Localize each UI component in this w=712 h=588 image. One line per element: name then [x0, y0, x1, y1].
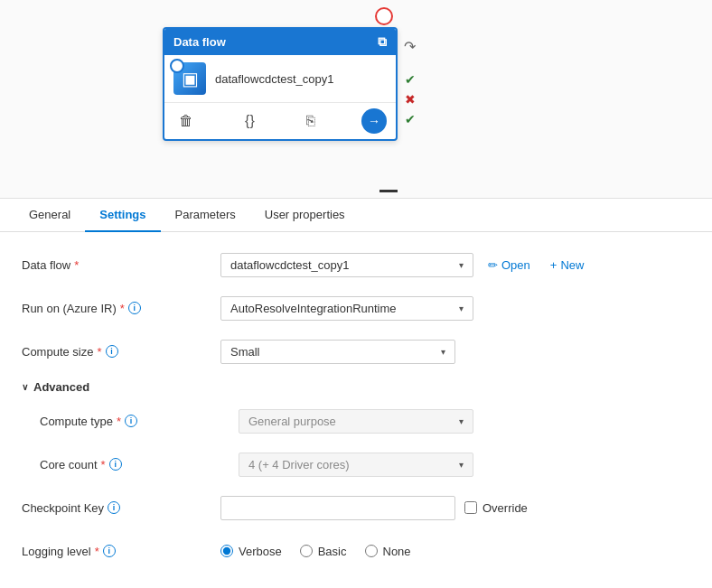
tabs-bar: General Settings Parameters User propert…	[0, 199, 712, 232]
checkpoint-info-icon[interactable]: i	[108, 501, 120, 514]
compute-type-controls: General purpose ▾	[239, 409, 690, 434]
compute-type-select[interactable]: General purpose ▾	[239, 409, 473, 434]
tab-parameters[interactable]: Parameters	[161, 199, 250, 232]
dataflow-label: Data flow *	[22, 258, 220, 272]
chevron-down-icon-4: ▾	[459, 416, 464, 426]
logging-radio-group: Verbose Basic None	[220, 545, 411, 558]
checkpoint-key-input[interactable]	[220, 496, 455, 520]
open-button[interactable]: ✏ Open	[482, 255, 536, 275]
core-count-controls: 4 (+ 4 Driver cores) ▾	[239, 453, 690, 477]
node-header: Data flow ⧉	[164, 29, 396, 55]
compute-size-info-icon[interactable]: i	[106, 345, 118, 358]
compute-size-controls: Small ▾	[220, 340, 690, 364]
chevron-down-icon-3: ▾	[441, 347, 445, 357]
node-name-label: dataflowcdctest_copy1	[215, 72, 334, 86]
new-button[interactable]: + New	[545, 255, 590, 275]
plus-icon: +	[550, 258, 557, 272]
advanced-toggle[interactable]: ∨ Advanced	[22, 380, 690, 394]
dataflow-row: Data flow * dataflowcdctest_copy1 ▾ ✏ Op…	[22, 250, 690, 279]
radio-basic-input[interactable]	[300, 545, 313, 557]
compute-size-row: Compute size * i Small ▾	[22, 337, 690, 366]
core-count-select[interactable]: 4 (+ 4 Driver cores) ▾	[239, 453, 473, 477]
side-x[interactable]: ✖	[401, 90, 419, 108]
node-side-icons: ✔ ✖ ✔	[401, 70, 419, 128]
checkpoint-key-label: Checkpoint Key i	[22, 501, 220, 515]
compute-size-label: Compute size * i	[22, 345, 220, 359]
compute-type-label: Compute type * i	[40, 415, 239, 428]
checkpoint-controls: Override	[220, 496, 690, 520]
run-on-label: Run on (Azure IR) * i	[22, 302, 220, 315]
radio-none-input[interactable]	[365, 545, 378, 557]
dataflow-icon: ▣	[182, 68, 199, 89]
node-body: ▣ dataflowcdctest_copy1	[164, 55, 396, 102]
required-star-core: *	[101, 458, 106, 471]
compute-size-select[interactable]: Small ▾	[220, 340, 455, 364]
required-star-compute: *	[97, 345, 101, 359]
required-star-run-on: *	[120, 302, 125, 315]
chevron-down-icon-5: ▾	[459, 460, 464, 470]
core-count-label: Core count * i	[40, 458, 239, 471]
radio-verbose[interactable]: Verbose	[220, 545, 282, 558]
copy-button[interactable]: ⎘	[301, 111, 321, 131]
checkpoint-key-row: Checkpoint Key i Override	[22, 493, 690, 522]
logging-level-row: Logging level * i Verbose Basic None	[22, 537, 690, 565]
compute-type-info-icon[interactable]: i	[125, 415, 137, 427]
radio-basic[interactable]: Basic	[300, 545, 347, 558]
core-count-info-icon[interactable]: i	[109, 458, 122, 471]
logging-controls: Verbose Basic None	[220, 545, 690, 558]
canvas-divider	[379, 190, 398, 192]
radio-none[interactable]: None	[365, 545, 411, 558]
required-star-dataflow: *	[74, 258, 79, 272]
top-circle-indicator	[375, 7, 393, 25]
side-check-1[interactable]: ✔	[401, 70, 419, 89]
run-on-controls: AutoResolveIntegrationRuntime ▾	[220, 296, 690, 321]
tab-general[interactable]: General	[14, 199, 85, 232]
required-star-compute-type: *	[117, 415, 121, 428]
dataflow-select[interactable]: dataflowcdctest_copy1 ▾	[220, 253, 473, 277]
redo-icon[interactable]: ↷	[404, 38, 416, 55]
override-checkbox[interactable]	[464, 501, 477, 514]
delete-button[interactable]: 🗑	[173, 111, 199, 131]
radio-verbose-input[interactable]	[220, 545, 233, 557]
run-on-row: Run on (Azure IR) * i AutoResolveIntegra…	[22, 294, 690, 322]
required-star-logging: *	[95, 545, 99, 558]
tab-settings[interactable]: Settings	[85, 199, 160, 232]
node-header-icons: ⧉	[378, 34, 387, 50]
chevron-down-icon-2: ▾	[459, 303, 464, 313]
logging-level-label: Logging level * i	[22, 545, 220, 558]
override-checkbox-label[interactable]: Override	[464, 501, 528, 515]
core-count-row: Core count * i 4 (+ 4 Driver cores) ▾	[22, 450, 690, 479]
node-title: Data flow	[173, 35, 226, 49]
compute-type-row: Compute type * i General purpose ▾	[22, 406, 690, 435]
side-check-2[interactable]: ✔	[401, 110, 419, 128]
advanced-chevron-icon: ∨	[22, 382, 28, 392]
chevron-down-icon: ▾	[459, 260, 464, 270]
external-link-icon[interactable]: ⧉	[378, 34, 387, 50]
code-button[interactable]: {}	[239, 111, 260, 131]
form-area: Data flow * dataflowcdctest_copy1 ▾ ✏ Op…	[0, 232, 712, 588]
logging-info-icon[interactable]: i	[103, 545, 116, 557]
run-on-select[interactable]: AutoResolveIntegrationRuntime ▾	[220, 296, 473, 321]
edit-icon: ✏	[488, 258, 498, 272]
arrow-button[interactable]: →	[361, 108, 387, 134]
node-actions: 🗑 {} ⎘ →	[164, 102, 396, 139]
dataflow-controls: dataflowcdctest_copy1 ▾ ✏ Open + New	[220, 253, 690, 277]
node-icon-box: ▣	[173, 62, 206, 95]
dataflow-node: Data flow ⧉ ▣ dataflowcdctest_copy1 🗑 {}…	[163, 27, 398, 141]
tab-user-properties[interactable]: User properties	[250, 199, 360, 232]
run-on-info-icon[interactable]: i	[128, 302, 141, 314]
canvas-area: Data flow ⧉ ▣ dataflowcdctest_copy1 🗑 {}…	[0, 0, 712, 199]
